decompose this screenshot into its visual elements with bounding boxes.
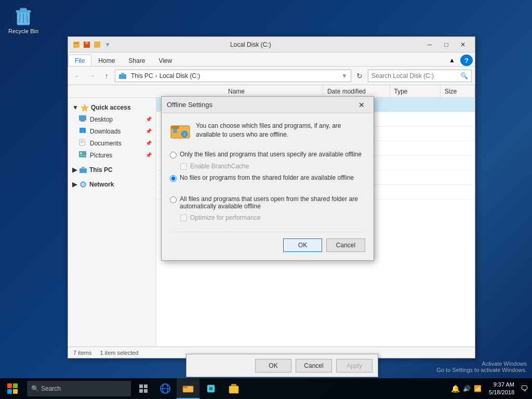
radio-option-3-input[interactable]	[170, 196, 177, 203]
second-ok-button[interactable]: OK	[255, 359, 291, 373]
radio-option-1-label[interactable]: Only the files and programs that users s…	[180, 151, 362, 158]
dialog-info: ↓ You can choose which files and program…	[170, 122, 365, 142]
optimize-checkbox[interactable]	[180, 215, 187, 221]
radio-option-3: All files and programs that users open f…	[170, 195, 365, 210]
checkbox-optimize: Optimize for performance	[180, 214, 365, 221]
svg-text:↓: ↓	[183, 132, 185, 137]
radio-option-2-label[interactable]: No files or programs from the shared fol…	[180, 174, 354, 181]
radio-option-1: Only the files and programs that users s…	[170, 151, 365, 158]
dialog-buttons: OK Cancel	[170, 232, 365, 252]
dialog-info-text: You can choose which files and programs,…	[196, 122, 365, 139]
branch-cache-checkbox[interactable]	[180, 163, 187, 170]
radio-option-2: No files or programs from the shared fol…	[170, 174, 365, 182]
svg-rect-44	[173, 129, 177, 133]
dialog-title: Offline Settings	[167, 101, 355, 109]
dialog-folder-icon: ↓	[170, 122, 191, 142]
offline-settings-dialog: Offline Settings ✕ ↓ You can choose whic…	[161, 96, 374, 261]
second-apply-button[interactable]: Apply	[336, 359, 373, 373]
checkbox-branch-cache: Enable BranchCache	[180, 163, 365, 170]
dialog-ok-button[interactable]: OK	[283, 238, 322, 252]
second-dialog: OK Cancel Apply	[186, 354, 378, 377]
optimize-label: Optimize for performance	[190, 214, 260, 221]
radio-option-1-input[interactable]	[170, 152, 177, 158]
radio-option-3-label[interactable]: All files and programs that users open f…	[180, 195, 365, 210]
dialog-body: ↓ You can choose which files and program…	[162, 113, 374, 260]
radio-option-2-input[interactable]	[170, 175, 177, 182]
dialog-title-bar: Offline Settings ✕	[162, 97, 374, 113]
dialog-close-button[interactable]: ✕	[355, 99, 368, 111]
dialog-overlay: Offline Settings ✕ ↓ You can choose whic…	[0, 0, 532, 399]
radio-group: Only the files and programs that users s…	[170, 151, 365, 221]
branch-cache-label: Enable BranchCache	[190, 163, 249, 170]
dialog-cancel-button[interactable]: Cancel	[326, 238, 365, 252]
svg-rect-43	[171, 126, 179, 129]
second-cancel-button[interactable]: Cancel	[296, 359, 332, 373]
